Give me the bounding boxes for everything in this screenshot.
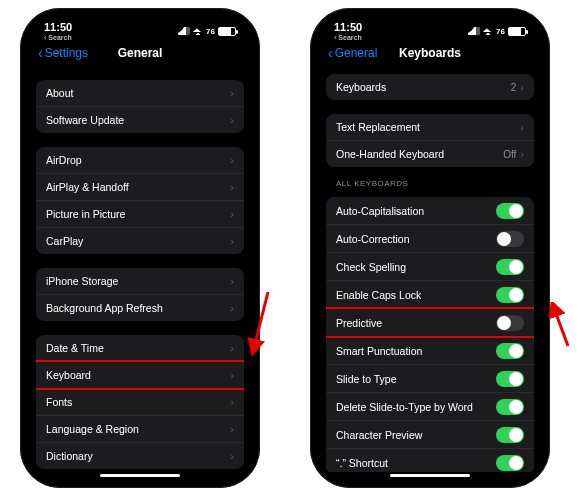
toggle-switch[interactable] <box>496 371 524 387</box>
home-indicator[interactable] <box>390 474 470 477</box>
row-label: “.” Shortcut <box>336 457 496 469</box>
toggle-row-character-preview: Character Preview <box>326 420 534 448</box>
toggle-row-predictive: Predictive <box>326 308 534 336</box>
wifi-icon <box>193 27 203 35</box>
settings-content[interactable]: Keyboards2›Text Replacement›One-Handed K… <box>318 68 542 472</box>
toggle-knob <box>509 400 523 414</box>
nav-back-label: Settings <box>45 46 88 60</box>
nav-bar: ‹ General Keyboards <box>318 40 542 66</box>
toggle-row-check-spelling: Check Spelling <box>326 252 534 280</box>
toggle-switch[interactable] <box>496 455 524 471</box>
chevron-right-icon: › <box>230 154 234 166</box>
chevron-right-icon: › <box>230 275 234 287</box>
chevron-right-icon: › <box>230 450 234 462</box>
toggle-switch[interactable] <box>496 203 524 219</box>
settings-row-keyboard[interactable]: Keyboard› <box>36 361 244 388</box>
notch <box>385 16 475 34</box>
row-label: Delete Slide-to-Type by Word <box>336 401 496 413</box>
phone-general: 11:50 ‹ Search 76 ‹ Settings <box>20 8 260 488</box>
chevron-right-icon: › <box>520 121 524 133</box>
row-label: Text Replacement <box>336 121 520 133</box>
row-label: Check Spelling <box>336 261 496 273</box>
section-header-all-keyboards: ALL KEYBOARDS <box>326 167 534 191</box>
settings-row-carplay[interactable]: CarPlay› <box>36 227 244 254</box>
settings-row-about[interactable]: About› <box>36 80 244 106</box>
status-time: 11:50 <box>44 22 72 33</box>
battery-percent: 76 <box>206 27 215 36</box>
nav-title: General <box>118 46 163 60</box>
chevron-left-icon: ‹ <box>328 46 333 60</box>
toggle-switch[interactable] <box>496 287 524 303</box>
screen-general: 11:50 ‹ Search 76 ‹ Settings <box>28 16 252 480</box>
row-label: One-Handed Keyboard <box>336 148 503 160</box>
row-label: About <box>46 87 230 99</box>
toggle-row-smart-punctuation: Smart Punctuation <box>326 336 534 364</box>
row-label: Keyboard <box>46 369 230 381</box>
settings-row-airdrop[interactable]: AirDrop› <box>36 147 244 173</box>
row-label: Background App Refresh <box>46 302 230 314</box>
toggle-knob <box>497 232 511 246</box>
settings-row-software-update[interactable]: Software Update› <box>36 106 244 133</box>
row-label: Slide to Type <box>336 373 496 385</box>
nav-back-button[interactable]: ‹ General <box>328 46 377 60</box>
settings-row-airplay-handoff[interactable]: AirPlay & Handoff› <box>36 173 244 200</box>
row-label: Auto-Correction <box>336 233 496 245</box>
row-label: Auto-Capitalisation <box>336 205 496 217</box>
toggle-row--shortcut: “.” Shortcut <box>326 448 534 472</box>
settings-row-dictionary[interactable]: Dictionary› <box>36 442 244 469</box>
nav-back-button[interactable]: ‹ Settings <box>38 46 88 60</box>
settings-row-text-replacement[interactable]: Text Replacement› <box>326 114 534 140</box>
chevron-right-icon: › <box>230 235 234 247</box>
nav-bar: ‹ Settings General <box>28 40 252 66</box>
toggle-knob <box>509 344 523 358</box>
settings-row-language-region[interactable]: Language & Region› <box>36 415 244 442</box>
toggle-row-delete-slide-to-type-by-word: Delete Slide-to-Type by Word <box>326 392 534 420</box>
status-time: 11:50 <box>334 22 362 33</box>
chevron-right-icon: › <box>230 302 234 314</box>
settings-row-date-time[interactable]: Date & Time› <box>36 335 244 361</box>
row-label: Character Preview <box>336 429 496 441</box>
chevron-right-icon: › <box>520 81 524 93</box>
settings-row-iphone-storage[interactable]: iPhone Storage› <box>36 268 244 294</box>
settings-row-one-handed-keyboard[interactable]: One-Handed KeyboardOff› <box>326 140 534 167</box>
toggle-knob <box>509 204 523 218</box>
wifi-icon <box>483 27 493 35</box>
toggle-row-auto-correction: Auto-Correction <box>326 224 534 252</box>
nav-back-label: General <box>335 46 378 60</box>
toggle-switch[interactable] <box>496 399 524 415</box>
toggle-switch[interactable] <box>496 231 524 247</box>
toggle-knob <box>509 456 523 470</box>
battery-icon <box>508 27 526 36</box>
toggle-knob <box>497 316 511 330</box>
settings-row-keyboards[interactable]: Keyboards2› <box>326 74 534 100</box>
row-value: Off <box>503 149 516 160</box>
phone-keyboards: 11:50 ‹ Search 76 ‹ General <box>310 8 550 488</box>
settings-row-fonts[interactable]: Fonts› <box>36 388 244 415</box>
settings-row-background-app-refresh[interactable]: Background App Refresh› <box>36 294 244 321</box>
notch <box>95 16 185 34</box>
toggle-switch[interactable] <box>496 427 524 443</box>
chevron-right-icon: › <box>230 114 234 126</box>
toggle-row-auto-capitalisation: Auto-Capitalisation <box>326 197 534 224</box>
toggle-knob <box>509 288 523 302</box>
battery-icon <box>218 27 236 36</box>
toggle-row-slide-to-type: Slide to Type <box>326 364 534 392</box>
settings-row-picture-in-picture[interactable]: Picture in Picture› <box>36 200 244 227</box>
settings-content[interactable]: About›Software Update›AirDrop›AirPlay & … <box>28 68 252 472</box>
toggle-switch[interactable] <box>496 315 524 331</box>
toggle-switch[interactable] <box>496 343 524 359</box>
chevron-right-icon: › <box>230 208 234 220</box>
home-indicator[interactable] <box>100 474 180 477</box>
row-label: Picture in Picture <box>46 208 230 220</box>
chevron-right-icon: › <box>520 148 524 160</box>
row-label: Smart Punctuation <box>336 345 496 357</box>
row-label: Dictionary <box>46 450 230 462</box>
row-value: 2 <box>511 82 517 93</box>
toggle-switch[interactable] <box>496 259 524 275</box>
chevron-right-icon: › <box>230 423 234 435</box>
row-label: iPhone Storage <box>46 275 230 287</box>
chevron-right-icon: › <box>230 87 234 99</box>
nav-title: Keyboards <box>399 46 461 60</box>
toggle-knob <box>509 260 523 274</box>
row-label: CarPlay <box>46 235 230 247</box>
